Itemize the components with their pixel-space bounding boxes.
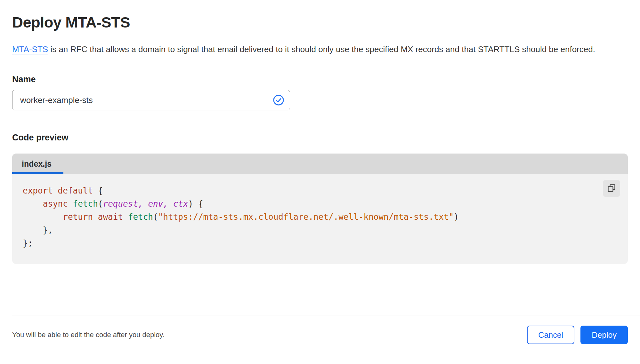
- code-editor: export default { async fetch(request, en…: [12, 174, 628, 264]
- name-input[interactable]: [12, 90, 290, 110]
- code-lines: export default { async fetch(request, en…: [23, 184, 599, 250]
- tab-index-js[interactable]: index.js: [12, 154, 63, 174]
- page-description-text: is an RFC that allows a domain to signal…: [48, 44, 595, 54]
- code-line: };: [23, 237, 599, 250]
- name-label: Name: [12, 75, 628, 84]
- code-tab-bar: index.js: [12, 154, 628, 174]
- page-title: Deploy MTA-STS: [12, 0, 628, 31]
- check-circle-icon: [273, 94, 284, 106]
- mta-sts-link[interactable]: MTA-STS: [12, 44, 48, 54]
- footer-divider: [12, 315, 640, 315]
- footer-actions: Cancel Deploy: [527, 326, 628, 344]
- page-description: MTA-STS is an RFC that allows a domain t…: [12, 42, 604, 57]
- code-preview-card: index.js export default { async fetch(re…: [12, 154, 628, 264]
- code-line: export default {: [23, 184, 599, 197]
- copy-code-button[interactable]: [603, 180, 620, 197]
- cancel-button[interactable]: Cancel: [527, 326, 574, 344]
- name-input-wrap: [12, 90, 290, 110]
- deploy-mta-sts-page: Deploy MTA-STS MTA-STS is an RFC that al…: [0, 0, 640, 364]
- code-line: async fetch(request, env, ctx) {: [23, 197, 599, 210]
- code-line: },: [23, 224, 599, 237]
- footer: You will be able to edit the code after …: [12, 326, 628, 344]
- tab-index-js-label: index.js: [22, 159, 52, 169]
- code-line: return await fetch("https://mta-sts.mx.c…: [23, 210, 599, 224]
- code-preview-label: Code preview: [12, 133, 628, 143]
- deploy-button[interactable]: Deploy: [580, 326, 628, 344]
- copy-icon: [607, 184, 616, 194]
- deploy-note: You will be able to edit the code after …: [12, 331, 165, 339]
